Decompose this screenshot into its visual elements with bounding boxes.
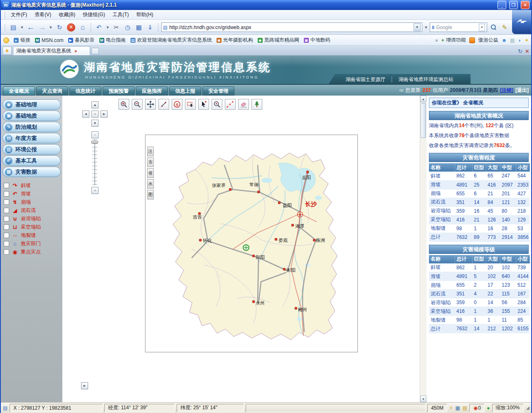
link-item[interactable]: ◉光年摄影机构 bbox=[217, 37, 253, 44]
tab-close-icon[interactable]: × bbox=[74, 49, 77, 54]
user-icon[interactable]: ☻ bbox=[502, 37, 507, 43]
undo-button[interactable]: ↶ bbox=[94, 22, 104, 33]
folder-icon[interactable]: ▤ bbox=[463, 405, 467, 411]
popup-blocker-panel[interactable]: ◉0 bbox=[469, 404, 485, 412]
search-engine-dropdown[interactable]: ▼ bbox=[479, 24, 485, 31]
map-side-tab[interactable]: 注 bbox=[147, 147, 154, 156]
pan-center-button[interactable]: + bbox=[91, 111, 99, 118]
scroll-up-button[interactable]: ▲ bbox=[420, 96, 426, 102]
nav-tab-query[interactable]: 灾点查询 bbox=[36, 86, 68, 96]
map-side-tab[interactable]: 省 bbox=[147, 168, 154, 178]
search-box[interactable]: 8 Google ▼ bbox=[430, 22, 487, 32]
back-button[interactable]: ← bbox=[26, 22, 36, 33]
minimize-button[interactable]: _ bbox=[498, 1, 506, 9]
grid-view-button[interactable]: ▦ bbox=[134, 22, 144, 33]
sidebar-item-annual-plan[interactable]: ▤年度方案 bbox=[2, 133, 61, 143]
proxy-icon[interactable]: ▦ bbox=[455, 405, 460, 411]
erase-button[interactable] bbox=[238, 99, 249, 110]
clear-selection-button[interactable]: S bbox=[172, 99, 182, 110]
menu-tools[interactable]: 工具(T) bbox=[109, 10, 133, 20]
nav-tab-report[interactable]: 信息上报 bbox=[169, 86, 201, 96]
pan-button[interactable] bbox=[145, 99, 156, 110]
pan-right-button[interactable]: ► bbox=[101, 111, 108, 118]
pan-down-button[interactable]: ▼ bbox=[91, 120, 99, 127]
scroll-down-button[interactable]: ▼ bbox=[420, 396, 426, 402]
maximize-button[interactable]: ❐ bbox=[509, 1, 518, 9]
snip-button[interactable]: ✂ bbox=[111, 22, 121, 33]
maxthon-charity-icon[interactable] bbox=[469, 37, 475, 43]
sidebar-item-environment-report[interactable]: ▥环境公报 bbox=[2, 144, 61, 155]
favorites-star-button[interactable]: ★ bbox=[2, 47, 12, 55]
nav-tab-overview[interactable]: 全省概况 bbox=[3, 86, 35, 96]
nav-tab-forecast[interactable]: 预测预警 bbox=[103, 86, 135, 96]
sidebar-item-tools[interactable]: ✐基本工具 bbox=[2, 155, 61, 166]
logout-link[interactable]: [注销] bbox=[500, 87, 513, 94]
download-button[interactable]: ⇓ bbox=[145, 22, 155, 33]
resize-grip[interactable]: ◢ bbox=[526, 405, 530, 411]
checkbox[interactable] bbox=[4, 208, 9, 213]
layer-debris-flow[interactable]: ◢泥石流 bbox=[1, 206, 62, 214]
card-icon[interactable]: ▤ bbox=[510, 37, 515, 43]
select-pointer-button[interactable] bbox=[198, 99, 209, 110]
map-side-tab[interactable]: 图 bbox=[147, 190, 154, 199]
zoom-slider[interactable] bbox=[91, 140, 99, 185]
dept-link-2[interactable]: 湖南省地质环境监测总站 bbox=[399, 76, 453, 83]
scrollbar-thumb[interactable] bbox=[421, 103, 426, 138]
exit-link[interactable]: [退出] bbox=[515, 87, 529, 94]
checkbox[interactable] bbox=[4, 224, 9, 230]
pan-up-button[interactable]: ▲ bbox=[91, 101, 99, 108]
forward-button[interactable]: → bbox=[37, 22, 47, 33]
checkbox[interactable] bbox=[4, 233, 9, 238]
link-item[interactable]: ▣中地数码 bbox=[304, 37, 330, 44]
smiley-icon[interactable] bbox=[3, 37, 9, 43]
menu-groups[interactable]: 快捷组(G) bbox=[79, 10, 108, 20]
link-item[interactable]: M电台指南 bbox=[99, 37, 126, 44]
refresh-button[interactable]: ↻ bbox=[54, 22, 64, 33]
identify-button[interactable] bbox=[212, 99, 222, 110]
link-item[interactable]: ▤欢迎登陆湖南省地质灾害信息系统 bbox=[131, 37, 212, 44]
address-dropdown[interactable]: ▼ bbox=[414, 23, 421, 31]
layer-keypoint[interactable]: ◉重点灾点 bbox=[1, 248, 62, 256]
checkbox[interactable] bbox=[4, 183, 9, 188]
map-canvas[interactable]: ★ 张家界 常德 岳阳 益阳 吉首 湘潭 怀化 bbox=[154, 140, 356, 349]
zoom-plus-button[interactable]: + bbox=[91, 187, 99, 194]
map-side-tab[interactable]: 水 bbox=[147, 179, 154, 189]
enhance-button[interactable]: +增强功能 bbox=[441, 37, 466, 44]
sidebar-item-geology[interactable]: ▣基础地质 bbox=[2, 111, 61, 121]
tab-refresh-icon[interactable]: ↻ bbox=[518, 48, 522, 54]
nav-tab-statistics[interactable]: 信息统计 bbox=[69, 86, 101, 96]
menu-file[interactable]: 文件(F) bbox=[7, 10, 31, 20]
sidebar-item-geography[interactable]: ◉基础地理 bbox=[2, 99, 61, 110]
panel-toggle-icon[interactable]: ✕ bbox=[525, 48, 530, 54]
go-dropdown[interactable]: ▼ bbox=[424, 22, 429, 33]
measure-button[interactable] bbox=[158, 99, 169, 110]
link-item[interactable]: ▸链接 bbox=[14, 37, 30, 44]
layer-karst[interactable]: ∪岩溶塌陷 bbox=[1, 214, 62, 223]
link-item[interactable]: ▶暴风影音 bbox=[68, 37, 95, 44]
layer-collapse[interactable]: ↯崩塌 bbox=[1, 198, 62, 206]
undo-dropdown[interactable]: ▼ bbox=[105, 22, 110, 33]
zoom-out-button[interactable] bbox=[132, 99, 143, 110]
stop-button[interactable]: ✕ bbox=[67, 23, 75, 32]
close-button[interactable]: ✕ bbox=[521, 1, 530, 9]
checkbox[interactable] bbox=[4, 241, 9, 246]
select-rect-button[interactable] bbox=[185, 99, 196, 110]
layer-mining[interactable]: ⊔采空塌陷 bbox=[1, 223, 62, 231]
gift-icon[interactable]: ✦ bbox=[525, 37, 529, 43]
zoom-slider-handle[interactable] bbox=[91, 141, 98, 143]
sidebar-item-disaster-data[interactable]: ▦灾害数据 bbox=[2, 167, 61, 177]
layer-slope[interactable]: ↷斜坡 bbox=[1, 181, 62, 189]
new-tab-dropdown[interactable]: ▼ bbox=[20, 22, 25, 33]
link-item[interactable]: ◆觅路城市精品网 bbox=[258, 37, 299, 44]
history-dropdown[interactable]: ▼ bbox=[48, 22, 53, 33]
active-tab[interactable]: 湖南省地质灾害信息系统 × bbox=[13, 46, 90, 55]
layer-landslide[interactable]: ↶滑坡 bbox=[1, 189, 62, 198]
checkbox[interactable] bbox=[4, 191, 9, 197]
legend-button[interactable] bbox=[251, 99, 262, 110]
boost-icon[interactable]: ⚡ bbox=[449, 405, 453, 411]
chat-icon[interactable]: ◗ bbox=[518, 37, 521, 43]
pan-left-button[interactable]: ◄ bbox=[82, 111, 89, 118]
hscroll-right-button[interactable]: ► bbox=[81, 382, 88, 389]
menu-view[interactable]: 查看(V) bbox=[31, 10, 55, 20]
checkbox[interactable] bbox=[4, 249, 9, 255]
